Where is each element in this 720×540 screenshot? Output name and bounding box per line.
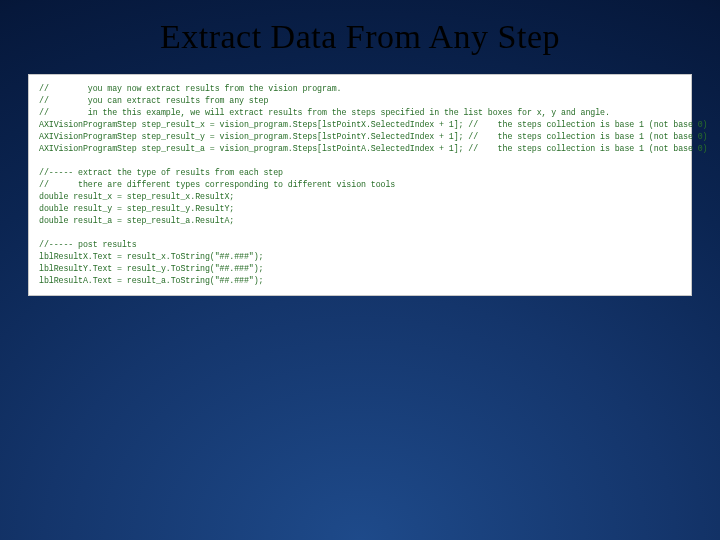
code-line: double result_y = step_result_y.ResultY; (39, 204, 234, 213)
code-line: //----- extract the type of results from… (39, 168, 283, 177)
code-line: lblResultY.Text = result_y.ToString("##.… (39, 264, 263, 273)
slide-title: Extract Data From Any Step (0, 18, 720, 56)
code-line: AXIVisionProgramStep step_result_y = vis… (39, 132, 707, 141)
code-block: // you may now extract results from the … (28, 74, 692, 296)
code-line: // you can extract results from any step (39, 96, 268, 105)
code-line: // in the this example, we will extract … (39, 108, 610, 117)
code-content: // you may now extract results from the … (39, 83, 681, 287)
code-line: // you may now extract results from the … (39, 84, 342, 93)
code-line: double result_a = step_result_a.ResultA; (39, 216, 234, 225)
code-line: double result_x = step_result_x.ResultX; (39, 192, 234, 201)
code-line: lblResultX.Text = result_x.ToString("##.… (39, 252, 263, 261)
code-line: // there are different types correspondi… (39, 180, 395, 189)
code-line: //----- post results (39, 240, 137, 249)
code-line: AXIVisionProgramStep step_result_x = vis… (39, 120, 707, 129)
code-line: lblResultA.Text = result_a.ToString("##.… (39, 276, 263, 285)
code-line: AXIVisionProgramStep step_result_a = vis… (39, 144, 707, 153)
